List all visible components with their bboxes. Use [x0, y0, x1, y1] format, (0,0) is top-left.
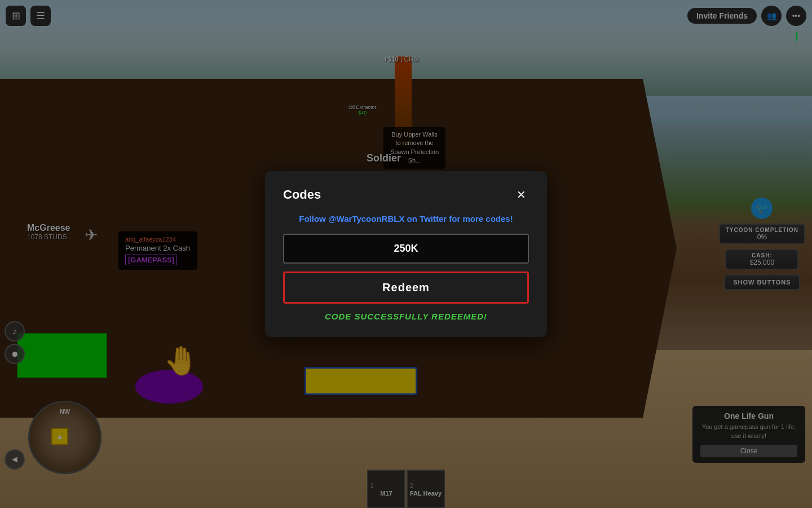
- redeem-button[interactable]: Redeem: [283, 271, 529, 304]
- codes-modal: Codes ✕ Follow @WarTycoonRBLX on Twitter…: [265, 171, 547, 337]
- codes-modal-subtitle: Follow @WarTycoonRBLX on Twitter for mor…: [283, 214, 529, 224]
- modal-overlay: Codes ✕ Follow @WarTycoonRBLX on Twitter…: [0, 0, 812, 508]
- codes-modal-title: Codes: [283, 187, 321, 202]
- twitter-handle: @WarTycoonRBLX: [328, 214, 404, 224]
- codes-modal-header: Codes ✕: [283, 187, 529, 203]
- codes-modal-close-button[interactable]: ✕: [513, 187, 529, 203]
- codes-input[interactable]: [283, 234, 529, 264]
- success-text: CODE SUCCESSFULLY REDEEMED!: [283, 312, 529, 321]
